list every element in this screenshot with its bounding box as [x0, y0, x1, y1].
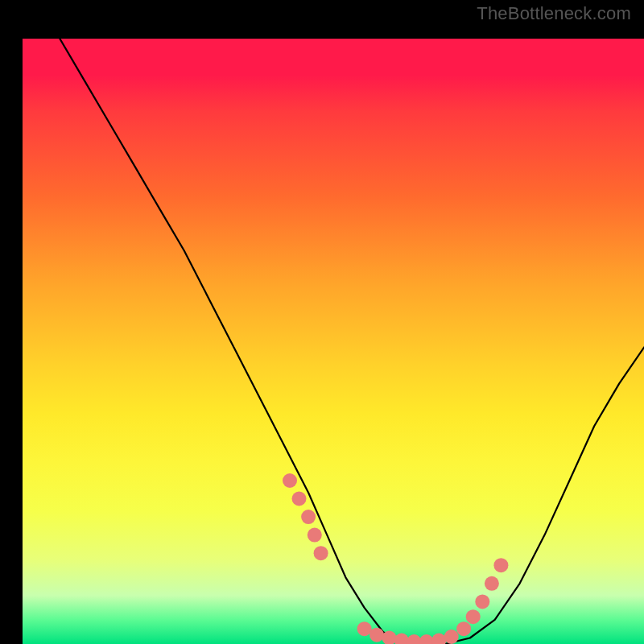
- curve-marker: [466, 609, 481, 624]
- curve-marker: [485, 576, 499, 591]
- curve-marker: [407, 634, 421, 644]
- curve-marker: [456, 621, 471, 636]
- bottleneck-curve: [60, 39, 644, 644]
- curve-marker: [283, 473, 297, 488]
- curve-marker: [308, 528, 322, 543]
- curve-marker: [369, 628, 384, 642]
- curve-marker: [301, 510, 316, 524]
- curve-marker: [431, 634, 446, 645]
- curve-marker: [314, 546, 328, 560]
- curve-marker: [493, 558, 508, 572]
- chart-frame: [11, 11, 633, 633]
- curve-marker: [444, 630, 459, 644]
- curve-marker: [475, 594, 489, 609]
- curve-marker: [292, 492, 307, 506]
- curve-layer: [23, 39, 644, 644]
- curve-marker: [357, 621, 372, 636]
- plot-area: [23, 39, 644, 644]
- curve-marker: [394, 634, 409, 645]
- marker-group: [283, 473, 508, 644]
- curve-marker: [419, 634, 434, 644]
- watermark-text: TheBottleneck.com: [477, 3, 631, 24]
